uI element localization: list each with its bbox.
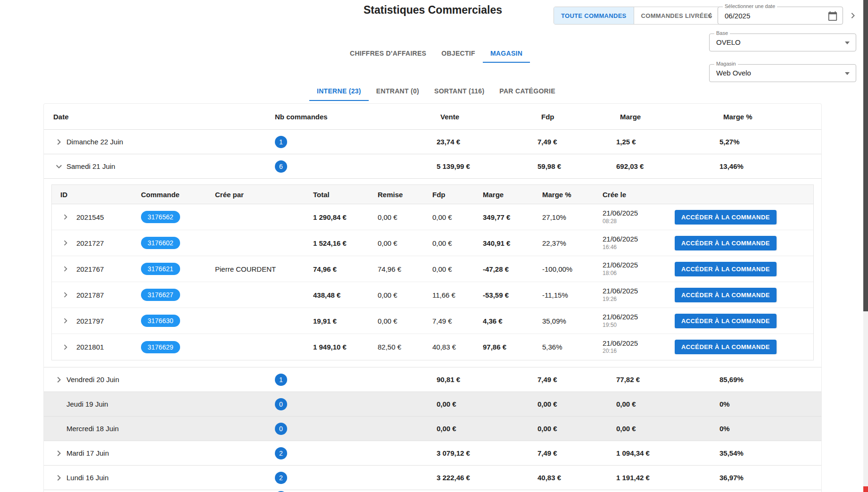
- commande-pill[interactable]: 3176630: [141, 315, 180, 327]
- subtab-entrant[interactable]: ENTRANT (0): [369, 81, 427, 101]
- expanded-orders-panel: ID Commande Crée par Total Remise Fdp Ma…: [44, 179, 821, 367]
- chevron-right-icon[interactable]: [60, 212, 73, 222]
- marge-pct-value: 27,10%: [542, 213, 603, 221]
- marge-value: 97,86 €: [483, 343, 542, 351]
- chevron-right-icon[interactable]: [60, 316, 73, 326]
- cree-le-value: 21/06/2025 19:26: [603, 287, 675, 303]
- acceder-commande-button[interactable]: ACCÉDER À LA COMMANDE: [675, 340, 777, 354]
- order-row[interactable]: 2021797 3176630 19,91 € 0,00 € 7,49 € 4,…: [52, 308, 813, 334]
- chevron-right-icon[interactable]: [60, 264, 73, 274]
- tab-objectif[interactable]: OBJECTIF: [434, 43, 483, 63]
- fdp-value: 0,00 €: [432, 239, 483, 247]
- chevron-right-icon[interactable]: [60, 342, 73, 352]
- vertical-scrollbar[interactable]: [863, 0, 868, 492]
- commande-pill[interactable]: 3176562: [141, 211, 180, 223]
- cree-le-value: 21/06/2025 18:06: [603, 261, 675, 277]
- commande-pill[interactable]: 3176627: [141, 289, 180, 301]
- action-cell: ACCÉDER À LA COMMANDE: [675, 340, 813, 354]
- remise-value: 82,50 €: [378, 343, 432, 351]
- order-row[interactable]: 2021545 3176562 1 290,84 € 0,00 € 0,00 €…: [52, 204, 813, 230]
- fdp-value: 7,49 €: [537, 449, 616, 457]
- column-header-cree-le: Crée le: [603, 191, 675, 199]
- calendar-icon[interactable]: [827, 11, 838, 23]
- remise-value: 0,00 €: [378, 239, 432, 247]
- stats-table-header: Date Nb commandes Vente Fdp Marge Marge …: [44, 104, 821, 130]
- commande-pill[interactable]: 3176621: [141, 263, 180, 275]
- cree-le-date: 21/06/2025: [603, 339, 675, 348]
- toggle-toute-commandes[interactable]: TOUTE COMMANDES: [554, 7, 634, 24]
- order-id: 2021801: [73, 343, 141, 351]
- cree-le-value: 21/06/2025 19:50: [603, 313, 675, 329]
- row-date: Lundi 16 Juin: [66, 474, 271, 482]
- order-row[interactable]: 2021787 3176627 438,48 € 0,00 € 11,66 € …: [52, 282, 813, 308]
- subtab-sortant[interactable]: SORTANT (116): [427, 81, 492, 101]
- chevron-right-icon[interactable]: [53, 472, 66, 484]
- cree-le-time: 16:46: [603, 244, 675, 251]
- cree-le-value: 21/06/2025 08:28: [603, 209, 675, 225]
- date-picker-field[interactable]: Sélectionner une date: [718, 7, 843, 25]
- acceder-commande-button[interactable]: ACCÉDER À LA COMMANDE: [675, 210, 777, 225]
- chevron-right-icon[interactable]: [53, 374, 66, 385]
- marge-pct-value: 36,97%: [719, 474, 821, 482]
- tab-chiffres-daffaires[interactable]: CHIFFRES D'AFFAIRES: [342, 43, 434, 63]
- date-input[interactable]: [718, 7, 812, 24]
- chevron-right-icon[interactable]: [53, 136, 66, 148]
- orders-table: ID Commande Crée par Total Remise Fdp Ma…: [51, 184, 814, 360]
- date-picker-label: Sélectionner une date: [723, 3, 777, 9]
- table-row-vendredi-20[interactable]: Vendredi 20 Juin 1 90,81 € 7,49 € 77,82 …: [44, 367, 821, 392]
- order-id: 2021727: [73, 239, 141, 247]
- chevron-right-icon: [847, 10, 859, 23]
- scrollbar-thumb[interactable]: [863, 0, 868, 311]
- magasin-select[interactable]: Magasin Web Ovelo: [709, 64, 856, 82]
- base-select[interactable]: Base OVELO: [709, 33, 856, 51]
- table-row-lundi-16[interactable]: Lundi 16 Juin 2 3 222,46 € 40,83 € 1 191…: [44, 466, 821, 490]
- table-row-mardi-17[interactable]: Mardi 17 Juin 2 3 079,12 € 7,49 € 1 094,…: [44, 441, 821, 466]
- marge-pct-value: -100,00%: [542, 265, 603, 273]
- action-cell: ACCÉDER À LA COMMANDE: [675, 262, 813, 276]
- acceder-commande-button[interactable]: ACCÉDER À LA COMMANDE: [675, 236, 777, 250]
- total-value: 74,96 €: [313, 265, 378, 273]
- acceder-commande-button[interactable]: ACCÉDER À LA COMMANDE: [675, 262, 777, 276]
- fdp-value: 0,00 €: [537, 425, 616, 433]
- column-header-nb-commandes: Nb commandes: [271, 113, 437, 121]
- marge-pct-value: 5,36%: [542, 343, 603, 351]
- cree-le-value: 21/06/2025 16:46: [603, 235, 675, 251]
- fdp-value: 59,98 €: [537, 162, 616, 170]
- order-row[interactable]: 2021801 3176629 1 949,10 € 82,50 € 40,83…: [52, 334, 813, 360]
- acceder-commande-button[interactable]: ACCÉDER À LA COMMANDE: [675, 288, 777, 302]
- commande-cell: 3176627: [141, 289, 215, 301]
- base-select-value: OVELO: [710, 34, 856, 51]
- nb-cell: 2: [271, 472, 437, 484]
- table-row-partial[interactable]: [44, 490, 821, 492]
- chevron-right-icon[interactable]: [60, 238, 73, 248]
- order-row[interactable]: 2021727 3176602 1 524,16 € 0,00 € 0,00 €…: [52, 230, 813, 256]
- fdp-value: 7,49 €: [432, 317, 483, 325]
- tab-magasin[interactable]: MAGASIN: [483, 43, 530, 63]
- commande-pill[interactable]: 3176629: [141, 341, 180, 353]
- order-row[interactable]: 2021767 3176621 Pierre COURDENT 74,96 € …: [52, 256, 813, 282]
- marge-pct-value: 0%: [719, 400, 821, 408]
- total-value: 1 524,16 €: [313, 239, 378, 247]
- marge-value: -53,59 €: [483, 291, 542, 299]
- previous-month-button[interactable]: [703, 9, 717, 23]
- table-row-samedi-21-expanded[interactable]: Samedi 21 Juin 6 5 139,99 € 59,98 € 692,…: [44, 154, 821, 179]
- chevron-down-icon[interactable]: [53, 161, 66, 172]
- chevron-right-icon[interactable]: [60, 290, 73, 300]
- row-date: Vendredi 20 Juin: [66, 375, 271, 384]
- subtab-interne[interactable]: INTERNE (23): [309, 81, 369, 101]
- commandes-toggle-group: TOUTE COMMANDES COMMANDES LIVRÉES: [554, 7, 720, 25]
- vente-value: 3 222,46 €: [437, 474, 537, 482]
- marge-value: -47,28 €: [483, 265, 542, 273]
- next-month-button[interactable]: [846, 9, 860, 23]
- column-header-date: Date: [53, 113, 271, 121]
- acceder-commande-button[interactable]: ACCÉDER À LA COMMANDE: [675, 314, 777, 328]
- commande-pill[interactable]: 3176602: [141, 237, 180, 249]
- cree-le-date: 21/06/2025: [603, 209, 675, 218]
- column-header-total: Total: [313, 191, 378, 199]
- subtab-par-categorie[interactable]: PAR CATÉGORIE: [492, 81, 563, 101]
- cree-le-time: 19:50: [603, 322, 675, 329]
- chevron-right-icon[interactable]: [53, 448, 66, 459]
- table-row-mercredi-18: Mercredi 18 Juin 0 0,00 € 0,00 € 0,00 € …: [44, 417, 821, 441]
- table-row-dimanche-22[interactable]: Dimanche 22 Juin 1 23,74 € 7,49 € 1,25 €…: [44, 130, 821, 154]
- cree-par-value: Pierre COURDENT: [215, 265, 313, 273]
